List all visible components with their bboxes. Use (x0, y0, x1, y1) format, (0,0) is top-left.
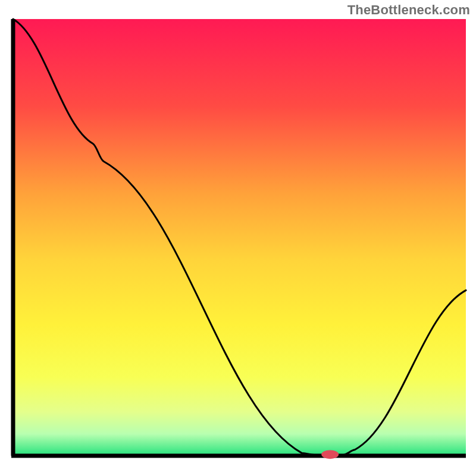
plot-background (13, 19, 466, 456)
chart-frame: TheBottleneck.com (0, 0, 476, 476)
bottleneck-chart (0, 0, 476, 476)
optimal-point-marker (321, 450, 339, 459)
